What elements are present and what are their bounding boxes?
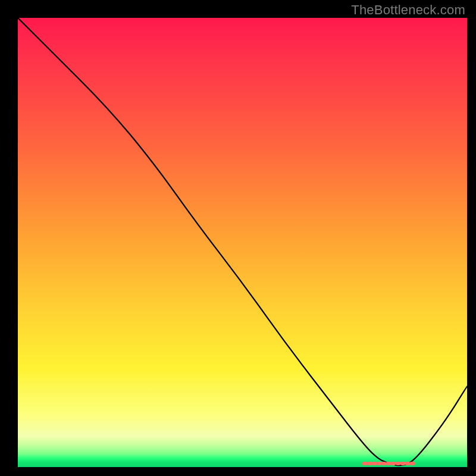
figure-root: TheBottleneck.com <box>0 0 476 476</box>
gradient-plot-area <box>18 18 467 467</box>
watermark-text: TheBottleneck.com <box>351 2 465 18</box>
